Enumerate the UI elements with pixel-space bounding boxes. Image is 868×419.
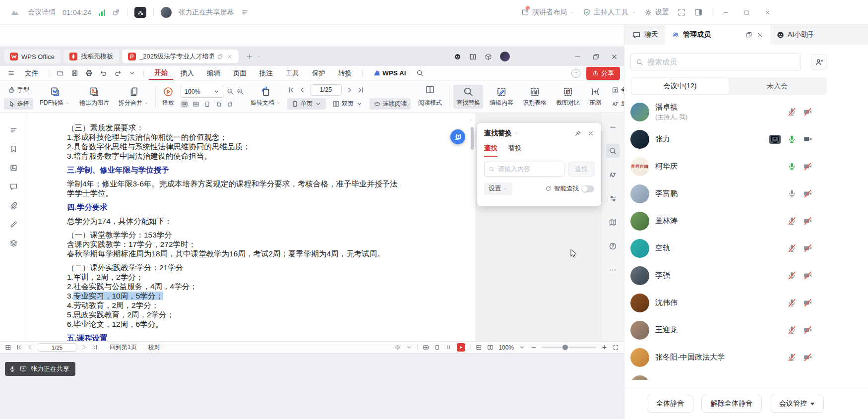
find-panel-chevron-icon[interactable]	[514, 131, 519, 136]
grid-layout-icon[interactable]	[476, 344, 482, 351]
status-first-page-icon[interactable]	[16, 344, 22, 351]
word-translate-button[interactable]: 划词翻译	[608, 98, 624, 110]
proofread-button[interactable]: 校对	[148, 343, 160, 352]
image-panel-icon[interactable]	[9, 164, 18, 172]
open-file-icon[interactable]	[57, 69, 64, 77]
page-layout-icon[interactable]	[487, 344, 494, 351]
collapse-panel-button[interactable]	[606, 120, 620, 134]
member-row[interactable]: 张力	[624, 125, 868, 153]
smart-find-toggle[interactable]	[581, 185, 594, 192]
mic-status-icon[interactable]	[787, 271, 797, 280]
rotate-left-icon[interactable]	[215, 100, 223, 108]
tab-chat[interactable]: 聊天	[625, 25, 665, 45]
tab-manage-members[interactable]: 管理成员	[665, 25, 770, 45]
select-tool-button[interactable]: 选择	[4, 98, 33, 110]
view-mode-eye-icon[interactable]	[394, 344, 401, 351]
close-button[interactable]	[761, 6, 774, 19]
find-button[interactable]: 查找	[568, 162, 594, 177]
member-row[interactable]: 空轨	[624, 235, 868, 262]
rotate-right-icon[interactable]	[226, 100, 234, 108]
hand-tool-button[interactable]: 手型	[4, 84, 33, 96]
maximize-button[interactable]	[740, 6, 753, 19]
zoom-slider[interactable]	[542, 347, 596, 348]
menu-1[interactable]: 插入	[175, 67, 199, 79]
host-tools-button[interactable]: 主持人工具	[583, 8, 636, 17]
menu-0[interactable]: 开始	[149, 67, 173, 80]
menu-3[interactable]: 页面	[228, 67, 252, 79]
attachment-icon[interactable]	[9, 201, 18, 210]
scroll-up-icon[interactable]	[469, 118, 473, 122]
rail-translate-button[interactable]	[606, 168, 620, 181]
menu-4[interactable]: 批注	[254, 67, 278, 79]
fit-width-status-icon[interactable]	[423, 344, 429, 351]
find-replace-button[interactable]: 查找替换	[453, 85, 483, 109]
play-button[interactable]: 播放	[159, 85, 177, 109]
panel-tabs-chevron-icon[interactable]	[810, 32, 816, 38]
meeting-control-button[interactable]: 会议管控	[770, 395, 824, 413]
mic-status-icon[interactable]	[787, 353, 797, 362]
status-zoom-value[interactable]: 100%	[498, 344, 514, 351]
camera-status-icon[interactable]	[803, 243, 812, 253]
prev-page-icon[interactable]	[299, 86, 306, 94]
back-to-first-page-button[interactable]: 回到第1页	[110, 343, 137, 352]
app-center-icon[interactable]	[485, 53, 492, 60]
camera-status-icon[interactable]	[803, 189, 812, 198]
recognize-table-button[interactable]: 识别表格	[520, 85, 550, 109]
member-row[interactable]: 李富鹏	[624, 180, 868, 207]
split-merge-button[interactable]: 拆分合并	[116, 85, 152, 109]
member-row[interactable]: 共同自由 柯华庆	[624, 153, 868, 180]
first-page-icon[interactable]	[287, 86, 295, 94]
auto-play-button[interactable]	[457, 343, 465, 352]
meeting-details-link[interactable]: 会议详情	[28, 8, 56, 17]
find-input[interactable]: 请输入内容	[484, 162, 564, 177]
translate-fab-button[interactable]	[450, 129, 465, 144]
next-page-icon[interactable]	[346, 86, 353, 94]
redo-icon[interactable]	[114, 69, 122, 77]
compress-button[interactable]: 压缩	[586, 85, 604, 109]
new-tab-icon[interactable]	[246, 53, 253, 60]
wps-ai-robot-icon[interactable]	[454, 53, 461, 60]
member-row[interactable]: 沈伟伟	[624, 289, 868, 316]
sharing-list-icon[interactable]	[241, 8, 249, 16]
member-row[interactable]	[624, 371, 868, 380]
speaker-layout-button[interactable]: 演讲者布局	[521, 8, 575, 17]
member-search-input[interactable]: 搜索成员	[630, 54, 801, 70]
zoom-out-icon[interactable]	[227, 88, 234, 95]
print-icon[interactable]	[85, 69, 93, 77]
comment-panel-icon[interactable]	[9, 182, 18, 191]
status-prev-page-icon[interactable]	[27, 344, 33, 351]
side-panel-toggle-icon[interactable]	[694, 8, 703, 17]
popout-panel-icon[interactable]	[745, 31, 752, 38]
scrollbar-thumb[interactable]	[471, 127, 474, 150]
pdf-convert-button[interactable]: PDF转换	[37, 85, 73, 109]
camera-status-icon[interactable]	[803, 216, 812, 226]
layers-icon[interactable]	[9, 239, 18, 247]
mic-status-icon[interactable]	[787, 243, 797, 253]
camera-status-icon[interactable]	[803, 107, 812, 117]
fit-page-icon[interactable]	[203, 100, 211, 108]
member-row[interactable]: 董林涛	[624, 207, 868, 235]
mic-status-icon[interactable]	[787, 216, 797, 226]
tab-close-icon[interactable]	[227, 54, 233, 60]
camera-status-icon[interactable]	[803, 353, 812, 362]
menu-6[interactable]: 保护	[307, 67, 331, 79]
segment-in-meeting[interactable]: 会议中(12)	[631, 78, 729, 94]
view-mode-chevron-icon[interactable]	[406, 344, 412, 351]
menu-file[interactable]: 文件	[19, 67, 44, 79]
wps-share-button[interactable]: 分享	[586, 67, 620, 80]
export-image-button[interactable]: 输出为图片	[76, 85, 112, 109]
mic-status-icon[interactable]	[787, 134, 797, 144]
bookmark-icon[interactable]	[9, 145, 18, 153]
page-indicator[interactable]: 1/25	[310, 84, 342, 96]
zoom-minus-icon[interactable]	[530, 344, 537, 351]
menu-2[interactable]: 编辑	[201, 67, 226, 79]
rotate-doc-button[interactable]: 旋转文档	[248, 85, 284, 109]
member-row[interactable]: 张冬阳-中国政法大学	[624, 344, 868, 371]
undo-icon[interactable]	[100, 69, 107, 77]
tab-list-chevron-icon[interactable]	[256, 54, 261, 59]
continuous-read-button[interactable]: 连续阅读	[370, 98, 411, 110]
rail-more-button[interactable]	[606, 263, 620, 277]
wps-close-icon[interactable]	[611, 53, 618, 60]
full-translate-button[interactable]: 全文翻译	[608, 84, 624, 96]
mic-status-icon[interactable]	[787, 325, 797, 335]
